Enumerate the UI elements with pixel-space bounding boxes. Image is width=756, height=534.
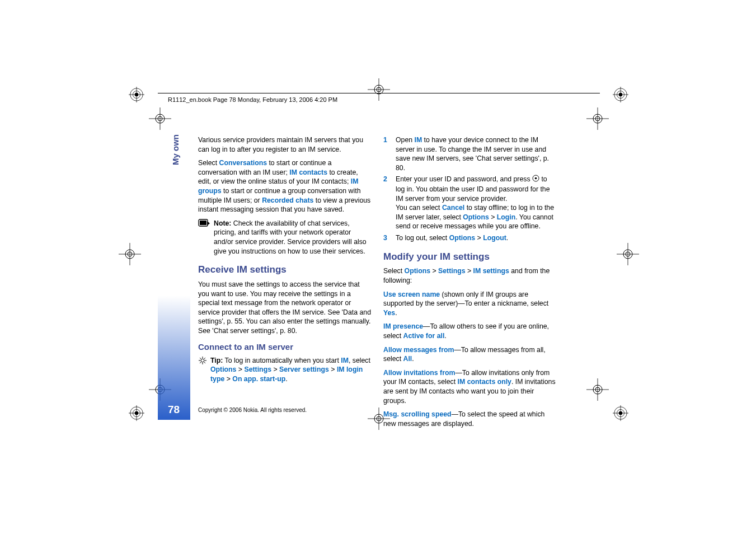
allow-invitations-setting: Allow invitations from—To allow invitati… bbox=[383, 368, 556, 405]
connect-heading: Connect to an IM server bbox=[198, 341, 371, 353]
registration-mark-icon bbox=[129, 87, 144, 102]
svg-point-21 bbox=[535, 177, 537, 180]
header-rule bbox=[158, 93, 600, 93]
svg-line-16 bbox=[200, 358, 201, 359]
tip-label: Tip: bbox=[210, 357, 223, 364]
note-label: Note: bbox=[214, 219, 231, 227]
registration-mark-icon bbox=[613, 405, 628, 421]
step-2: 2 Enter your user ID and password, and p… bbox=[383, 175, 556, 231]
tip-block: Tip: To log in automatically when you st… bbox=[198, 356, 371, 384]
page-body: Various service providers maintain IM se… bbox=[198, 135, 556, 433]
intro-paragraph: Various service providers maintain IM se… bbox=[198, 135, 371, 154]
svg-line-17 bbox=[204, 362, 205, 363]
numbered-steps: 1 Open IM to have your device connect to… bbox=[383, 135, 556, 243]
note-text: Check the availability of chat services,… bbox=[214, 219, 367, 255]
crop-mark-icon bbox=[149, 107, 171, 130]
joystick-icon bbox=[532, 175, 539, 185]
left-column: Various service providers maintain IM se… bbox=[198, 135, 371, 433]
note-block: Note: Check the availability of chat ser… bbox=[198, 219, 371, 256]
scrolling-speed-setting: Msg. scrolling speed—To select the speed… bbox=[383, 410, 556, 428]
crop-mark-icon bbox=[368, 78, 390, 101]
receive-paragraph: You must save the settings to access the… bbox=[198, 280, 371, 336]
svg-line-18 bbox=[204, 358, 205, 359]
im-presence-setting: IM presence—To allow others to see if yo… bbox=[383, 322, 556, 340]
modify-intro: Select Options > Settings > IM settings … bbox=[383, 266, 556, 285]
crop-mark-icon bbox=[617, 243, 639, 265]
conversations-link: Conversations bbox=[219, 159, 267, 167]
svg-rect-10 bbox=[200, 221, 206, 225]
recorded-chats-link: Recorded chats bbox=[262, 196, 313, 204]
svg-point-11 bbox=[201, 359, 204, 362]
svg-line-19 bbox=[200, 362, 201, 363]
crop-mark-icon bbox=[586, 378, 609, 401]
registration-mark-icon bbox=[613, 87, 628, 102]
im-contacts-link: IM contacts bbox=[289, 168, 327, 176]
page-gradient bbox=[158, 213, 190, 420]
header-text: R1112_en.book Page 78 Monday, February 1… bbox=[168, 96, 337, 103]
step-1: 1 Open IM to have your device connect to… bbox=[383, 135, 556, 172]
right-column: 1 Open IM to have your device connect to… bbox=[383, 135, 556, 433]
crop-mark-icon bbox=[119, 243, 141, 265]
page-number: 78 bbox=[168, 404, 180, 416]
modify-heading: Modify your IM settings bbox=[383, 251, 556, 264]
use-screen-name-setting: Use screen name (shown only if IM groups… bbox=[383, 290, 556, 318]
registration-mark-icon bbox=[129, 405, 144, 421]
select-paragraph: Select Conversations to start or continu… bbox=[198, 158, 371, 214]
receive-heading: Receive IM settings bbox=[198, 264, 371, 277]
section-tab-label: My own bbox=[171, 134, 180, 165]
tip-icon bbox=[198, 356, 207, 368]
allow-messages-setting: Allow messages from—To allow messages fr… bbox=[383, 345, 556, 364]
crop-mark-icon bbox=[586, 107, 609, 130]
step-3: 3 To log out, select Options > Logout. bbox=[383, 233, 556, 243]
note-icon bbox=[198, 219, 210, 231]
